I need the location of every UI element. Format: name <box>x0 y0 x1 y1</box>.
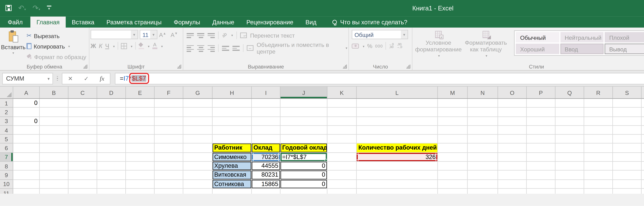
cell-R9[interactable] <box>584 171 613 180</box>
cell-D8[interactable] <box>97 162 126 171</box>
format-painter-button[interactable]: Формат по образцу <box>25 51 86 62</box>
column-header-S[interactable]: S <box>613 87 642 98</box>
save-icon[interactable] <box>6 5 12 11</box>
cell-Q3[interactable] <box>556 117 584 126</box>
cell-B9[interactable] <box>40 171 68 180</box>
cell-K2[interactable] <box>328 108 357 117</box>
cell-L2[interactable] <box>357 108 438 117</box>
cell-E5[interactable] <box>126 135 154 144</box>
tab-data[interactable]: Данные <box>206 16 240 28</box>
cell-P1[interactable] <box>527 99 556 108</box>
row-header-9[interactable]: 9 <box>0 171 13 180</box>
cell-Q1[interactable] <box>556 99 584 108</box>
fill-color-icon[interactable] <box>138 43 144 48</box>
dialog-launcher-icon[interactable] <box>406 65 410 68</box>
cell-D7[interactable] <box>97 153 126 162</box>
cell-A3[interactable]: 0 <box>13 117 40 126</box>
cell-N11[interactable] <box>468 189 498 194</box>
cell-C10[interactable] <box>68 180 97 189</box>
cell-H11[interactable] <box>212 189 252 194</box>
cell-J3[interactable] <box>280 117 328 126</box>
cell-A7[interactable] <box>13 153 40 162</box>
cell-L8[interactable] <box>357 162 438 171</box>
column-header-C[interactable]: C <box>68 87 97 98</box>
cell-P8[interactable] <box>527 162 556 171</box>
cell-G8[interactable] <box>183 162 212 171</box>
cell-Q7[interactable] <box>556 153 584 162</box>
cell-B5[interactable] <box>40 135 68 144</box>
cell-H7[interactable]: Симоменко <box>212 153 252 162</box>
cell-A5[interactable] <box>13 135 40 144</box>
align-left-icon[interactable] <box>187 44 194 52</box>
cell-J2[interactable] <box>280 108 328 117</box>
cell-F2[interactable] <box>154 108 183 117</box>
cell-K7[interactable] <box>328 153 357 162</box>
cell-L3[interactable] <box>357 117 438 126</box>
cell-B4[interactable] <box>40 126 68 135</box>
cell-I11[interactable] <box>252 189 280 194</box>
cell-I7[interactable]: 70236 <box>252 153 280 162</box>
cell-C6[interactable] <box>68 144 97 153</box>
shrink-font-button[interactable]: А▼ <box>171 31 180 38</box>
cell-S4[interactable] <box>613 126 642 135</box>
tab-page-layout[interactable]: Разметка страницы <box>100 16 168 28</box>
cell-I2[interactable] <box>252 108 280 117</box>
cell-P3[interactable] <box>527 117 556 126</box>
cell-M2[interactable] <box>438 108 468 117</box>
cell-C7[interactable] <box>68 153 97 162</box>
cell-A2[interactable] <box>13 108 40 117</box>
tab-insert[interactable]: Вставка <box>66 16 100 28</box>
formula-bar-handle[interactable] <box>53 76 62 81</box>
comma-style-button[interactable]: 000 <box>375 44 383 48</box>
cell-R6[interactable] <box>584 144 613 153</box>
column-header-J[interactable]: J <box>280 87 328 98</box>
cell-S5[interactable] <box>613 135 642 144</box>
percent-style-button[interactable]: % <box>367 42 372 49</box>
increase-indent-icon[interactable] <box>232 45 240 51</box>
column-header-B[interactable]: B <box>40 87 68 98</box>
paste-button[interactable]: Вставить ▾ <box>1 30 26 63</box>
style-input[interactable]: Ввод <box>560 44 604 54</box>
cell-F8[interactable] <box>154 162 183 171</box>
column-header-F[interactable]: F <box>154 87 183 98</box>
cell-N8[interactable] <box>468 162 498 171</box>
cell-E9[interactable] <box>126 171 154 180</box>
align-right-icon[interactable] <box>208 44 215 52</box>
cell-T9[interactable] <box>642 171 644 180</box>
cell-T4[interactable] <box>642 126 644 135</box>
cell-Q9[interactable] <box>556 171 584 180</box>
column-header-M[interactable]: M <box>438 87 468 98</box>
cell-M9[interactable] <box>438 171 468 180</box>
cell-J6[interactable]: Годовой оклад <box>280 144 328 153</box>
column-header-E[interactable]: E <box>126 87 154 98</box>
cell-R1[interactable] <box>584 99 613 108</box>
cell-F9[interactable] <box>154 171 183 180</box>
cell-H4[interactable] <box>212 126 252 135</box>
column-header-T[interactable]: T <box>642 87 644 98</box>
cell-H8[interactable]: Хрулева <box>212 162 252 171</box>
cell-N7[interactable] <box>468 153 498 162</box>
undo-button[interactable]: ↶▾ <box>18 3 26 12</box>
cell-N5[interactable] <box>468 135 498 144</box>
row-header-4[interactable]: 4 <box>0 126 13 135</box>
cut-button[interactable]: ✂ Вырезать <box>25 30 86 41</box>
copy-button[interactable]: Копировать ▾ <box>25 41 86 51</box>
cell-M4[interactable] <box>438 126 468 135</box>
cell-O8[interactable] <box>498 162 527 171</box>
cell-H9[interactable]: Витковская <box>212 171 252 180</box>
cell-D10[interactable] <box>97 180 126 189</box>
column-header-D[interactable]: D <box>97 87 126 98</box>
cell-T7[interactable] <box>642 153 644 162</box>
cell-L10[interactable] <box>357 180 438 189</box>
tab-view[interactable]: Вид <box>299 16 322 28</box>
cell-L7[interactable]: 326 <box>357 153 438 162</box>
cell-P10[interactable] <box>527 180 556 189</box>
cell-K11[interactable] <box>328 189 357 194</box>
style-neutral[interactable]: Нейтральный <box>560 32 604 42</box>
row-header-5[interactable]: 5 <box>0 135 13 144</box>
cell-I1[interactable] <box>252 99 280 108</box>
cell-R5[interactable] <box>584 135 613 144</box>
cell-B7[interactable] <box>40 153 68 162</box>
cell-L9[interactable] <box>357 171 438 180</box>
cell-A8[interactable] <box>13 162 40 171</box>
